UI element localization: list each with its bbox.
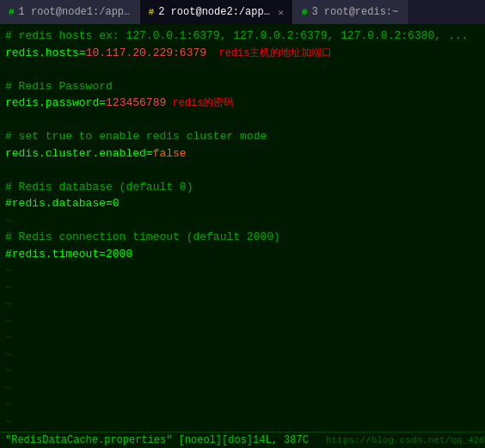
tilde-char: ~: [5, 214, 12, 227]
code-text: #redis.timeout=2000: [5, 248, 132, 261]
terminal-line: [5, 112, 480, 129]
tab-label-tab1: 1 root@node1:/apps/tomcat/...: [19, 6, 131, 18]
terminal-line: ~: [5, 363, 480, 380]
status-bar: "RedisDataCache.properties" [noeol][dos]…: [0, 432, 485, 448]
terminal-line: # set true to enable redis cluster mode: [5, 128, 480, 145]
code-value-false: false: [153, 147, 187, 160]
terminal-window: #1 root@node1:/apps/tomcat/...#2 root@no…: [0, 0, 485, 448]
annotation-text: redis主机的地址加端口: [206, 47, 332, 59]
terminal-line: ~: [5, 313, 480, 330]
terminal-line: ~: [5, 329, 480, 347]
terminal-line: # Redis connection timeout (default 2000…: [5, 229, 480, 246]
comment-text: # redis hosts ex: 127.0.0.1:6379, 127.0.…: [5, 29, 468, 42]
tab-label-tab2: 2 root@node2:/apps/tomcat...: [158, 6, 270, 18]
tab-icon-tab3: #: [302, 7, 308, 17]
code-key: redis.cluster.enabled=: [5, 147, 153, 160]
comment-text: # Redis database (default 0): [5, 181, 193, 193]
tab-icon-tab2: #: [149, 7, 155, 17]
tab-icon-tab1: #: [9, 7, 15, 17]
tilde-char: ~: [5, 398, 12, 411]
tab-close-tab2[interactable]: ✕: [278, 7, 284, 18]
code-text: #redis.database=0: [5, 197, 120, 210]
terminal-line: # Redis Password: [5, 78, 480, 95]
code-key: redis.password=: [5, 96, 106, 109]
code-value: 123456789: [106, 96, 166, 109]
tilde-char: ~: [5, 348, 12, 361]
terminal-line: ~: [5, 262, 480, 279]
terminal-tab-tab3[interactable]: #3 root@redis:~: [293, 0, 408, 24]
tilde-char: ~: [5, 315, 12, 328]
comment-text: # Redis Password: [5, 80, 113, 93]
tab-bar: #1 root@node1:/apps/tomcat/...#2 root@no…: [0, 0, 485, 24]
terminal-line: ~: [5, 212, 480, 230]
comment-text: # set true to enable redis cluster mode: [5, 130, 267, 143]
terminal-tab-tab1[interactable]: #1 root@node1:/apps/tomcat/...: [0, 0, 140, 24]
terminal-line: ~: [5, 296, 480, 313]
terminal-line: #redis.database=0: [5, 195, 480, 212]
terminal-line: redis.cluster.enabled=false: [5, 145, 480, 163]
annotation-text: redis的密码: [166, 97, 234, 109]
tilde-char: ~: [5, 331, 12, 344]
status-text: "RedisDataCache.properties" [noeol][dos]…: [5, 434, 309, 446]
terminal-line: ~: [5, 347, 480, 364]
tilde-char: ~: [5, 264, 12, 277]
terminal-line: redis.hosts=10.117.20.229:6379 redis主机的地…: [5, 45, 480, 62]
tilde-char: ~: [5, 365, 12, 377]
terminal-line: redis.password=123456789 redis的密码: [5, 95, 480, 112]
terminal-line: ~: [5, 279, 480, 297]
code-key: redis.hosts=: [5, 46, 86, 59]
terminal-line: ~: [5, 380, 480, 397]
tilde-char: ~: [5, 298, 12, 310]
terminal-tab-tab2[interactable]: #2 root@node2:/apps/tomcat...✕: [140, 0, 293, 24]
terminal-line: ~: [5, 414, 480, 431]
code-value: 10.117.20.229:6379: [86, 46, 206, 59]
terminal-line: # redis hosts ex: 127.0.0.1:6379, 127.0.…: [5, 28, 480, 45]
watermark-text: https://blog.csdn.net/qq_42616691: [326, 435, 485, 445]
terminal-line: [5, 162, 480, 179]
comment-text: # Redis connection timeout (default 2000…: [5, 230, 280, 243]
terminal-line: ~: [5, 396, 480, 414]
tilde-char: ~: [5, 382, 12, 395]
terminal-line: # Redis database (default 0): [5, 179, 480, 196]
tab-label-tab3: 3 root@redis:~: [311, 6, 398, 18]
terminal-line: [5, 61, 480, 78]
terminal-line: #redis.timeout=2000: [5, 246, 480, 263]
terminal-content: # redis hosts ex: 127.0.0.1:6379, 127.0.…: [0, 24, 485, 432]
tilde-char: ~: [5, 415, 12, 428]
tilde-char: ~: [5, 281, 12, 294]
